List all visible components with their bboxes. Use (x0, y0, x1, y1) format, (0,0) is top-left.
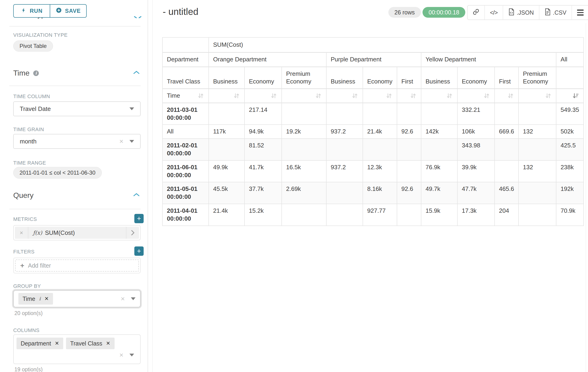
viz-type-pill[interactable]: Pivot Table (13, 41, 53, 52)
copy-link-button[interactable] (468, 6, 485, 20)
pivot-sort-header[interactable] (282, 89, 326, 103)
pivot-sort-header[interactable] (457, 89, 494, 103)
group-by-label: GROUP BY (13, 283, 41, 289)
sort-icon[interactable] (507, 92, 514, 99)
pivot-sort-header[interactable] (556, 89, 584, 103)
time-grain-select[interactable]: month × (13, 134, 141, 149)
pivot-sort-header[interactable] (244, 89, 282, 103)
pivot-time-header[interactable]: Time (162, 89, 209, 103)
export-json-button[interactable]: .JSON (503, 6, 539, 20)
add-filter-button[interactable]: + Add filter (15, 259, 139, 272)
pivot-cell: 8.16k (363, 182, 397, 204)
run-button-label: RUN (30, 8, 42, 14)
metrics-field[interactable]: × ƒ(x) SUM(Cost) (13, 225, 141, 240)
pivot-cell: 21.4k (363, 125, 397, 138)
chevron-down-icon[interactable] (129, 107, 134, 110)
pivot-cell (494, 138, 518, 160)
pivot-row-label: 2011-02-01 00:00:00 (162, 138, 209, 160)
columns-chip-travel-class[interactable]: Travel Class ✕ (66, 338, 114, 349)
pivot-cell: 92.6 (397, 182, 421, 204)
query-collapse-icon[interactable] (133, 192, 140, 197)
divider (9, 209, 141, 209)
pivot-cell (397, 103, 421, 125)
pivot-table: SUM(Cost)DepartmentOrange DepartmentPurp… (162, 37, 584, 226)
time-column-select[interactable]: Travel Date (13, 101, 141, 116)
export-csv-button[interactable]: .CSV (539, 6, 572, 20)
pivot-column-group-header: All (556, 52, 584, 67)
sort-icon[interactable] (545, 92, 552, 99)
save-button[interactable]: SAVE (50, 4, 87, 18)
chip-label: Travel Class (70, 340, 102, 347)
sort-icon[interactable] (270, 92, 277, 99)
sort-icon[interactable] (386, 92, 393, 99)
chip-close-icon[interactable]: ✕ (44, 296, 49, 302)
chevron-down-icon[interactable] (131, 297, 136, 300)
columns-chip-department[interactable]: Department ✕ (17, 338, 63, 349)
sort-icon[interactable] (315, 92, 322, 99)
explore-view: Chart Type RUN SAVE VISUALIZATION TYPE P… (0, 0, 588, 372)
more-options-button[interactable] (572, 6, 588, 20)
chip-close-icon[interactable]: ✕ (55, 340, 59, 346)
pivot-cell: 94.9k (244, 125, 282, 138)
sort-icon[interactable] (351, 92, 358, 99)
pivot-row: 2011-05-01 00:00:0045.5k37.7k2.69k8.16k9… (162, 182, 584, 204)
pivot-cell (397, 204, 421, 226)
scrollbar-track[interactable] (586, 23, 586, 372)
view-query-button[interactable]: </> (485, 6, 503, 20)
metric-chip[interactable]: × ƒ(x) SUM(Cost) (15, 227, 139, 239)
pivot-cell: 332.21 (457, 103, 494, 125)
clear-icon[interactable]: × (119, 351, 123, 359)
panel-resizer[interactable] (152, 0, 153, 372)
pivot-column-header: First (397, 67, 421, 89)
add-filter-label: Add filter (28, 262, 51, 269)
pivot-sort-header[interactable] (209, 89, 244, 103)
pivot-sort-header[interactable] (363, 89, 397, 103)
chevron-right-icon[interactable] (126, 227, 139, 239)
pivot-sort-header[interactable] (518, 89, 556, 103)
pivot-cell: 92.6 (397, 125, 421, 138)
pivot-cell: 142k (421, 125, 457, 138)
pivot-column-group-header: Purple Department (326, 52, 421, 67)
time-range-label: TIME RANGE (13, 160, 46, 166)
sort-icon[interactable] (410, 92, 417, 99)
sort-desc-icon[interactable] (572, 92, 579, 99)
remove-metric-icon[interactable]: × (15, 227, 28, 239)
query-timer-badge: 00:00:00.18 (422, 7, 465, 18)
group-by-chip-time[interactable]: Time i ✕ (18, 293, 53, 305)
clear-icon[interactable]: × (119, 138, 123, 145)
group-by-select[interactable]: Time i ✕ × (13, 290, 141, 307)
time-column-value: Travel Date (20, 105, 51, 113)
clear-icon[interactable]: × (121, 295, 125, 302)
pivot-cell (421, 103, 457, 125)
add-filter-plus-button[interactable]: + (134, 246, 144, 256)
pivot-cell: 217.14 (244, 103, 282, 125)
pivot-sort-header[interactable] (494, 89, 518, 103)
add-metric-button[interactable]: + (134, 214, 144, 223)
run-button[interactable]: RUN (13, 4, 50, 18)
pivot-sort-header[interactable] (421, 89, 457, 103)
export-json-label: .JSON (517, 9, 534, 16)
sort-icon[interactable] (233, 92, 240, 99)
pivot-cell (326, 103, 363, 125)
pivot-cell (209, 138, 244, 160)
pivot-cell: 16.5k (282, 160, 326, 182)
pivot-sort-header[interactable] (326, 89, 363, 103)
chevron-down-icon[interactable] (129, 140, 134, 143)
time-range-pill[interactable]: 2011-01-01 ≤ col < 2011-06-30 (13, 167, 102, 179)
chart-title[interactable]: - untitled (163, 7, 198, 17)
filters-field: + Add filter (13, 258, 141, 273)
viz-type-label: VISUALIZATION TYPE (13, 32, 68, 38)
pivot-sort-header[interactable] (397, 89, 421, 103)
pivot-cell (326, 182, 363, 204)
columns-select[interactable]: Department ✕ Travel Class ✕ × (13, 334, 141, 364)
sort-icon[interactable] (446, 92, 453, 99)
time-collapse-icon[interactable] (133, 70, 140, 75)
pivot-cell (518, 103, 556, 125)
sort-icon[interactable] (483, 92, 490, 99)
pivot-cell (397, 138, 421, 160)
chip-close-icon[interactable]: ✕ (106, 340, 110, 346)
pivot-cell: 45.5k (209, 182, 244, 204)
sort-icon[interactable] (197, 92, 204, 99)
pivot-cell: 41.7k (244, 160, 282, 182)
chevron-down-icon[interactable] (129, 354, 134, 356)
